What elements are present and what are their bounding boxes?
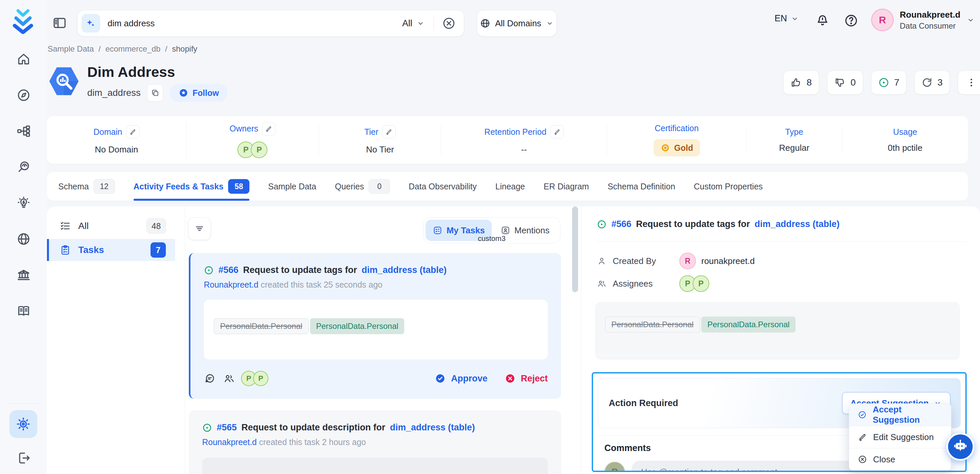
tab-lineage[interactable]: Lineage	[495, 172, 525, 201]
search-scope-dropdown[interactable]: All	[402, 18, 425, 29]
search-clear-button[interactable]	[442, 16, 456, 30]
detail-assignee-avatars[interactable]: P P	[679, 275, 709, 292]
more-actions-button[interactable]	[958, 71, 980, 94]
tab-activity-feeds-tasks[interactable]: Activity Feeds & Tasks58	[134, 172, 250, 201]
bell-icon	[815, 13, 830, 28]
filter-tasks[interactable]: Tasks 7	[47, 239, 175, 261]
action-dropdown-menu: Accept Suggestion Edit Suggestion Close	[849, 403, 951, 471]
refresh-icon	[921, 77, 933, 88]
domains-dropdown[interactable]: All Domains	[477, 10, 557, 37]
sidebar-toggle-button[interactable]	[52, 15, 67, 30]
task-id[interactable]: #566	[218, 265, 239, 275]
filter-all[interactable]: All 48	[47, 215, 175, 237]
task-asset-link[interactable]: dim_address (table)	[390, 422, 475, 433]
task-author-link[interactable]: Rounakpreet.d	[202, 437, 257, 447]
language-dropdown[interactable]: EN	[775, 13, 799, 24]
follow-button[interactable]: Follow	[170, 84, 228, 102]
app-logo[interactable]	[11, 7, 35, 34]
assignees-label: Assignees	[613, 278, 679, 289]
nav-rail	[0, 0, 47, 474]
copy-name-button[interactable]	[147, 84, 163, 102]
activity-button[interactable]: 3	[915, 71, 950, 94]
nav-governance[interactable]	[0, 264, 47, 286]
edit-retention-button[interactable]	[550, 125, 564, 138]
feed-filter-button[interactable]	[188, 217, 211, 240]
tab-er-diagram[interactable]: ER Diagram	[544, 172, 589, 201]
menu-accept-suggestion[interactable]: Accept Suggestion	[849, 404, 951, 426]
removed-tag-pill: PersonalData.Personal	[214, 318, 309, 334]
clear-circle-icon	[442, 16, 456, 30]
asset-tabs: Schema12 Activity Feeds & Tasks58 Sample…	[47, 172, 968, 201]
nav-settings[interactable]	[10, 410, 37, 438]
user-menu[interactable]: R Rounakpreet.d Data Consumer	[871, 9, 975, 31]
approve-button[interactable]: Approve	[435, 373, 487, 384]
tab-sample-data[interactable]: Sample Data	[268, 172, 317, 201]
tab-queries[interactable]: Queries0	[335, 172, 390, 201]
meta-domain-value[interactable]: No Domain	[95, 145, 138, 155]
menu-close[interactable]: Close	[849, 449, 951, 470]
open-tasks-button[interactable]: 7	[871, 71, 907, 94]
tab-schema[interactable]: Schema12	[58, 172, 115, 201]
reject-button[interactable]: Reject	[505, 373, 548, 384]
tab-custom-properties[interactable]: Custom Properties	[694, 172, 763, 201]
meta-tier: Tier No Tier	[319, 125, 441, 155]
task-author-link[interactable]: Rounakpreet.d	[204, 280, 258, 289]
task-card-565[interactable]: #565 Request to update description for d…	[189, 410, 561, 474]
chatbot-button[interactable]	[947, 433, 974, 461]
nav-home[interactable]	[0, 49, 47, 70]
search-input[interactable]	[107, 18, 402, 29]
rail-divider	[8, 403, 38, 404]
breadcrumb-item[interactable]: ecommerce_db	[105, 44, 160, 54]
meta-type-label: Type	[785, 127, 803, 137]
kebab-menu-icon	[966, 77, 977, 88]
menu-edit-suggestion[interactable]: Edit Suggestion	[849, 426, 951, 448]
feed-scrollbar-thumb[interactable]	[572, 206, 578, 292]
comment-bubble-icon[interactable]	[204, 372, 216, 385]
downvote-button[interactable]: 0	[827, 71, 863, 94]
nav-logout[interactable]	[0, 447, 47, 469]
mentions-label: Mentions	[514, 225, 550, 236]
assignees-icon[interactable]	[223, 372, 235, 385]
meta-tier-value[interactable]: No Tier	[366, 145, 394, 155]
global-search[interactable]: All	[77, 10, 464, 37]
certification-badge[interactable]: Gold	[654, 139, 700, 156]
breadcrumb-item[interactable]: shopify	[172, 44, 197, 54]
filter-icon	[194, 223, 205, 234]
nav-observability[interactable]	[0, 156, 47, 178]
menu-item-label: Accept Suggestion	[873, 404, 942, 425]
meta-retention-value[interactable]: --	[521, 145, 527, 155]
task-title: Request to update description for	[242, 422, 385, 433]
task-assignee-avatars[interactable]: P P	[241, 371, 268, 386]
gold-medal-icon	[660, 143, 670, 153]
help-button[interactable]	[844, 13, 859, 28]
tab-data-observability[interactable]: Data Observability	[409, 172, 477, 201]
nav-docs[interactable]	[0, 300, 47, 321]
ai-search-button[interactable]	[81, 14, 100, 33]
task-id[interactable]: #565	[217, 422, 237, 433]
breadcrumb-item[interactable]: Sample Data	[48, 44, 94, 54]
meta-domain-label: Domain	[94, 127, 122, 137]
nav-lineage[interactable]	[0, 121, 47, 142]
avatar: R	[605, 462, 625, 472]
detail-task-title: Request to update tags for	[636, 219, 750, 229]
upvote-button[interactable]: 8	[783, 71, 819, 94]
added-tag-pill: PersonalData.Personal	[701, 317, 795, 332]
edit-domain-button[interactable]	[126, 125, 140, 138]
owners-avatars[interactable]: P P	[237, 142, 267, 158]
atlan-logo-icon	[11, 7, 35, 34]
edit-owners-button[interactable]	[262, 122, 275, 135]
nav-glossary[interactable]	[0, 228, 47, 250]
tab-schema-definition[interactable]: Schema Definition	[608, 172, 675, 201]
nav-discover[interactable]	[0, 84, 47, 106]
notifications-button[interactable]	[815, 13, 830, 28]
meta-usage-value: 0th pctile	[888, 143, 923, 153]
task-card-566[interactable]: #566 Request to update tags for dim_addr…	[189, 253, 561, 399]
edit-tier-button[interactable]	[382, 125, 396, 138]
detail-divider	[597, 241, 966, 242]
star-badge-icon	[178, 88, 188, 98]
nav-insights[interactable]	[0, 192, 47, 214]
detail-asset-link[interactable]: dim_address (table)	[754, 219, 840, 229]
task-asset-link[interactable]: dim_address (table)	[362, 265, 447, 275]
detail-task-id[interactable]: #566	[611, 219, 632, 229]
created-by-value[interactable]: rounakpreet.d	[701, 256, 754, 266]
